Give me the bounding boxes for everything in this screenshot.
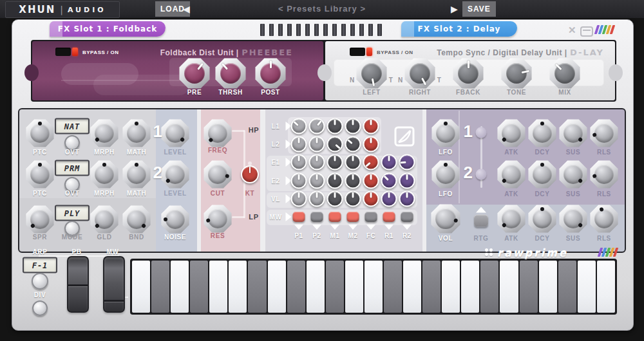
matrix-knob-e1-2[interactable] bbox=[309, 154, 325, 170]
noise-knob[interactable] bbox=[161, 205, 189, 234]
matrix-knob-l1-4[interactable] bbox=[345, 118, 361, 134]
matrix-knob-l2-4[interactable] bbox=[345, 136, 361, 152]
keyboard-key-21[interactable] bbox=[520, 261, 538, 313]
osc-knob-mrph[interactable] bbox=[90, 119, 118, 147]
mw-button-6[interactable] bbox=[383, 212, 395, 222]
tab-fx-slot-1[interactable]: FX Slot 1 : Foldback bbox=[50, 21, 166, 37]
keyboard-key-4[interactable] bbox=[190, 261, 208, 313]
matrix-knob-e2-4[interactable] bbox=[345, 173, 361, 189]
keyboard-key-16[interactable] bbox=[422, 261, 440, 313]
fx2-knob-fback[interactable] bbox=[453, 58, 484, 89]
keyboard-key-25[interactable] bbox=[597, 261, 615, 313]
matrix-knob-e2-6[interactable] bbox=[381, 173, 397, 189]
filter-knob-res[interactable] bbox=[204, 205, 232, 233]
fx2-bypass-led-base[interactable] bbox=[350, 48, 365, 56]
keyboard-key-15[interactable] bbox=[403, 261, 421, 313]
tab-fx-slot-2[interactable]: FX Slot 2 : Delay bbox=[401, 21, 517, 37]
keyboard-key-2[interactable] bbox=[151, 261, 169, 313]
mw-button-1[interactable] bbox=[293, 212, 305, 222]
osc-knob-gld[interactable] bbox=[90, 205, 118, 234]
osc-knob-spr[interactable] bbox=[26, 205, 54, 234]
presets-library-selector[interactable]: < Presets Library > bbox=[0, 4, 644, 14]
matrix-knob-vl-1[interactable] bbox=[291, 191, 307, 207]
matrix-knob-l2-1[interactable] bbox=[291, 136, 307, 152]
fx2-bypass-led[interactable] bbox=[366, 48, 372, 56]
matrix-knob-l2-2[interactable] bbox=[309, 136, 325, 152]
keyboard-key-3[interactable] bbox=[171, 261, 189, 313]
osc-knob-mrph[interactable] bbox=[90, 160, 118, 189]
keyboard-key-23[interactable] bbox=[558, 261, 576, 313]
matrix-knob-e1-6[interactable] bbox=[381, 154, 397, 170]
fx1-bypass-led-base[interactable] bbox=[55, 48, 71, 56]
amp-env-knob-atk[interactable] bbox=[497, 205, 526, 233]
matrix-knob-l1-5[interactable] bbox=[363, 118, 379, 134]
keyboard-key-1[interactable] bbox=[132, 261, 150, 313]
matrix-knob-e2-3[interactable] bbox=[327, 173, 343, 189]
mw-button-5[interactable] bbox=[365, 212, 377, 222]
keyboard-key-8[interactable] bbox=[268, 261, 286, 313]
keyboard-key-6[interactable] bbox=[229, 261, 247, 313]
lfo2-knob[interactable] bbox=[431, 160, 460, 189]
kt-knob[interactable] bbox=[241, 165, 259, 183]
matrix-knob-e1-3[interactable] bbox=[327, 154, 343, 170]
stack-icon[interactable] bbox=[580, 26, 593, 37]
matrix-knob-l1-3[interactable] bbox=[327, 118, 343, 134]
osc-knob-math[interactable] bbox=[122, 160, 151, 189]
matrix-knob-vl-6[interactable] bbox=[381, 191, 397, 207]
arp-div-display[interactable]: F-1 bbox=[23, 257, 57, 273]
mw-button-7[interactable] bbox=[401, 212, 413, 222]
fx2-knob-mix[interactable] bbox=[549, 58, 580, 89]
fx2-knob-tone[interactable] bbox=[501, 58, 532, 89]
mw-button-3[interactable] bbox=[329, 212, 341, 222]
save-button[interactable]: SAVE bbox=[462, 1, 496, 17]
keyboard-key-11[interactable] bbox=[326, 261, 344, 313]
keyboard-key-14[interactable] bbox=[384, 261, 402, 313]
keyboard-key-5[interactable] bbox=[209, 261, 227, 313]
lfo-curve-icon[interactable] bbox=[394, 126, 415, 147]
level-knob[interactable] bbox=[161, 160, 189, 189]
pitch-bend-wheel[interactable] bbox=[67, 256, 89, 313]
matrix-knob-vl-4[interactable] bbox=[345, 191, 361, 207]
div-button[interactable] bbox=[32, 300, 48, 316]
fx2-knob-left[interactable] bbox=[356, 58, 387, 89]
keyboard-key-20[interactable] bbox=[500, 261, 518, 313]
matrix-knob-e1-7[interactable] bbox=[399, 154, 415, 170]
matrix-knob-e2-2[interactable] bbox=[309, 173, 325, 189]
keyboard-key-22[interactable] bbox=[539, 261, 557, 313]
matrix-knob-vl-7[interactable] bbox=[399, 191, 415, 207]
keyboard-key-19[interactable] bbox=[480, 261, 498, 313]
mod-wheel[interactable] bbox=[103, 256, 125, 313]
close-icon[interactable]: ✕ bbox=[568, 24, 576, 36]
env2-knob-sus[interactable] bbox=[559, 160, 587, 189]
next-preset-icon[interactable]: ▶ bbox=[451, 3, 458, 15]
rtg-button[interactable] bbox=[474, 215, 488, 227]
osc-display-ovt[interactable]: PRM bbox=[55, 160, 90, 176]
osc-knob-bnd[interactable] bbox=[122, 205, 151, 234]
keyboard-key-12[interactable] bbox=[345, 261, 363, 313]
env1-knob-sus[interactable] bbox=[559, 119, 587, 147]
filter-knob-freq[interactable] bbox=[204, 119, 232, 147]
amp-env-knob-rls[interactable] bbox=[590, 205, 618, 233]
fx2-knob-right[interactable] bbox=[404, 58, 435, 89]
env1-knob-atk[interactable] bbox=[497, 119, 526, 147]
fx1-knob-thrsh[interactable] bbox=[215, 58, 246, 89]
keyboard-key-24[interactable] bbox=[578, 261, 596, 313]
matrix-knob-l1-1[interactable] bbox=[291, 118, 307, 134]
osc-knob-ptc[interactable] bbox=[26, 160, 54, 189]
matrix-knob-vl-3[interactable] bbox=[327, 191, 343, 207]
matrix-knob-l1-2[interactable] bbox=[309, 118, 325, 134]
env1-knob-dcy[interactable] bbox=[528, 119, 556, 147]
matrix-knob-e1-4[interactable] bbox=[345, 154, 361, 170]
keyboard-key-17[interactable] bbox=[442, 261, 460, 313]
keyboard-key-10[interactable] bbox=[307, 261, 325, 313]
env2-knob-rls[interactable] bbox=[590, 160, 618, 189]
mw-button-2[interactable] bbox=[311, 212, 323, 222]
lfo1-knob[interactable] bbox=[431, 119, 460, 147]
fx1-bypass-led[interactable] bbox=[72, 48, 78, 56]
env2-knob-dcy[interactable] bbox=[528, 160, 556, 189]
matrix-knob-e2-5[interactable] bbox=[363, 173, 379, 189]
mw-button-4[interactable] bbox=[347, 212, 359, 222]
keyboard-key-9[interactable] bbox=[287, 261, 305, 313]
amp-env-knob-sus[interactable] bbox=[559, 205, 587, 233]
matrix-knob-l2-3[interactable] bbox=[327, 136, 343, 152]
